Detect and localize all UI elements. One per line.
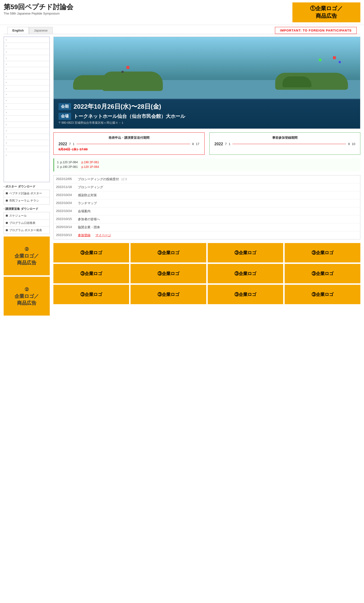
news-text: プロシーディングの投稿受付 [78, 177, 119, 181]
adv-dash [233, 144, 346, 144]
sidebar-nav-item-15[interactable]: - [4, 128, 49, 134]
sponsor-cell-11[interactable]: ③企業ロゴ [285, 285, 360, 304]
main-layout: -------------------- - ポスター ダウンロード ペプチド討… [0, 34, 364, 318]
sidebar-nav: -------------------- [4, 37, 50, 182]
sidebar-nav-item-6[interactable]: - [4, 73, 49, 79]
news-table: 2022/12/05 プロシーディングの投稿受付12 9 2022/11/18 … [53, 175, 360, 239]
sidebar-nav-item-10[interactable]: - [4, 97, 49, 104]
sub-year: 2022 [59, 142, 67, 146]
main-content: 会期 2022年10月26日(水)〜28日(金) 会場 トークネットホール仙台（… [53, 37, 360, 315]
poster-item-1[interactable]: ペプチド討論会 ポスター [4, 190, 49, 197]
bullet-icon [6, 215, 8, 217]
sponsor-cell-5[interactable]: ③企業ロゴ [130, 264, 206, 283]
sidebar-nav-item-1[interactable]: - [4, 43, 49, 49]
adv-m1: 7 [225, 142, 227, 146]
news-text: 参加者の皆様へ [78, 217, 100, 221]
sidebar-nav-item-2[interactable]: - [4, 49, 49, 55]
sponsor-cell-0[interactable]: ③企業ロゴ [53, 243, 129, 262]
sponsor-cell-8[interactable]: ③企業ロゴ [53, 285, 129, 304]
sidebar-nav-item-17[interactable]: - [4, 140, 49, 146]
sidebar-nav-item-18[interactable]: - [4, 146, 49, 152]
sponsor-cell-3[interactable]: ③企業ロゴ [285, 243, 360, 262]
sub-m2: 8 [192, 142, 194, 146]
hero-venue-text: トークネットホール仙台（仙台市民会館）大ホール [73, 113, 185, 120]
sidebar-nav-item-11[interactable]: - [4, 104, 49, 110]
news-date: 2020/10/14 [54, 223, 75, 231]
sidebar-nav-item-9[interactable]: - [4, 92, 49, 97]
news-text: ランチマップ [78, 201, 97, 205]
sponsor-cell-2[interactable]: ③企業ロゴ [208, 243, 283, 262]
sidebar-nav-item-19[interactable]: - [4, 152, 49, 158]
news-date: 2022/10/24 [54, 191, 75, 199]
advance-box: 事前参加登録期間 2022 7 1 9 10 [210, 132, 361, 155]
advance-dates: 2022 7 1 9 10 [214, 142, 355, 146]
site-title-en: The 59th Japanese Peptide Symposium [4, 12, 288, 15]
hero-venue-label: 会場 [59, 113, 71, 120]
sub-dash [76, 144, 190, 144]
page-header: 第59回ペプチド討論会 The 59th Japanese Peptide Sy… [0, 0, 364, 25]
hero-banner: 会期 2022年10月26日(水)〜28日(金) 会場 トークネットホール仙台（… [53, 37, 360, 129]
news-text: プロシーディング [78, 185, 103, 189]
news-text: 感染防止対策 [78, 193, 97, 197]
abstract-item-2-label: プログラム口頭発表 [9, 221, 35, 225]
island-4 [282, 76, 312, 87]
news-text: 会場案内 [78, 209, 91, 213]
news-content: 参加登録マイページ [75, 231, 360, 239]
news-row: 2020/10/14 協賛企業・団体 [54, 223, 360, 231]
bullet-icon [6, 222, 8, 224]
sidebar: -------------------- - ポスター ダウンロード ペプチド討… [4, 37, 50, 315]
abstract-item-3[interactable]: プログラム ポスター発表 [4, 227, 49, 234]
sidebar-nav-item-3[interactable]: - [4, 55, 49, 61]
sidebar-nav-item-14[interactable]: - [4, 122, 49, 128]
molecule-dot [333, 56, 336, 59]
sidebar-nav-item-5[interactable]: - [4, 67, 49, 73]
molecule-dot [319, 59, 321, 61]
sidebar-nav-item-0[interactable]: - [4, 37, 49, 43]
news-content: プロシーディングの投稿受付12 9 [75, 175, 360, 183]
hero-address: 〒980-0823 宮城県仙台市青葉区桜ヶ岡公園４－１ [59, 121, 355, 125]
island-2 [102, 71, 163, 91]
news-link[interactable]: 参加登録 [78, 233, 91, 237]
tab-english[interactable]: English [7, 27, 29, 34]
poster-item-2[interactable]: 市民フォーラム チラシ [4, 197, 49, 204]
abstract-download-list: スケジュール プログラム口頭発表 プログラム ポスター発表 [4, 212, 50, 234]
advance-title: 事前参加登録期間 [214, 136, 355, 140]
abstract-item-1[interactable]: スケジュール [4, 212, 49, 220]
sponsor-cell-7[interactable]: ③企業ロゴ [285, 264, 360, 283]
abstract-item-2[interactable]: プログラム口頭発表 [4, 220, 49, 227]
sidebar-ad-2-label: ② 企業ロゴ／ 商品広告 [14, 286, 39, 306]
news-row: 2022/10/24 感染防止対策 [54, 191, 360, 199]
sidebar-nav-item-4[interactable]: - [4, 61, 49, 67]
sidebar-nav-item-12[interactable]: - [4, 110, 49, 116]
adv-d2: 10 [352, 142, 355, 146]
news-content: プロシーディング [75, 183, 360, 191]
sponsor-cell-6[interactable]: ③企業ロゴ [208, 264, 283, 283]
sidebar-nav-item-8[interactable]: - [4, 85, 49, 92]
news-row: 2022/10/24 会場案内 [54, 207, 360, 215]
bullet-icon [6, 192, 8, 194]
news-content: 参加者の皆様へ [75, 215, 360, 223]
sponsor-cell-9[interactable]: ③企業ロゴ [130, 285, 206, 304]
hero-info-overlay: 会期 2022年10月26日(水)〜28日(金) 会場 トークネットホール仙台（… [54, 99, 360, 128]
bullet-icon [6, 229, 8, 231]
news-row: 2022/10/24 ランチマップ [54, 199, 360, 207]
news-date: 2022/10/24 [54, 207, 75, 215]
sidebar-ad-1-label: ② 企業ロゴ／ 商品広告 [14, 246, 39, 266]
tab-japanese[interactable]: Japanese [29, 27, 53, 34]
sponsor-cell-10[interactable]: ③企業ロゴ [208, 285, 283, 304]
news-content: ランチマップ [75, 199, 360, 207]
sub-d1: 1 [73, 142, 74, 146]
submission-box: 発表申込・講演要旨送付期間 2022 7 1 8 17 8月24日（水）17:0… [53, 132, 205, 155]
abstract-section-label: - 講演要旨集 ダウンロード [4, 207, 50, 211]
sponsor-cell-4[interactable]: ③企業ロゴ [53, 264, 129, 283]
sidebar-nav-item-13[interactable]: - [4, 116, 49, 122]
abstract-item-1-label: スケジュール [9, 214, 27, 218]
news-date: 2022/10/24 [54, 199, 75, 207]
hero-venue-row: 会場 トークネットホール仙台（仙台市民会館）大ホール [59, 113, 355, 120]
adv-m2: 9 [348, 142, 350, 146]
site-title-block: 第59回ペプチド討論会 The 59th Japanese Peptide Sy… [4, 2, 288, 22]
sponsor-cell-1[interactable]: ③企業ロゴ [130, 243, 206, 262]
sidebar-nav-item-7[interactable]: - [4, 79, 49, 85]
sidebar-nav-item-16[interactable]: - [4, 134, 49, 140]
errata-item-1: 1. p.120 1P-064 p.190 2P-061 [57, 160, 357, 164]
